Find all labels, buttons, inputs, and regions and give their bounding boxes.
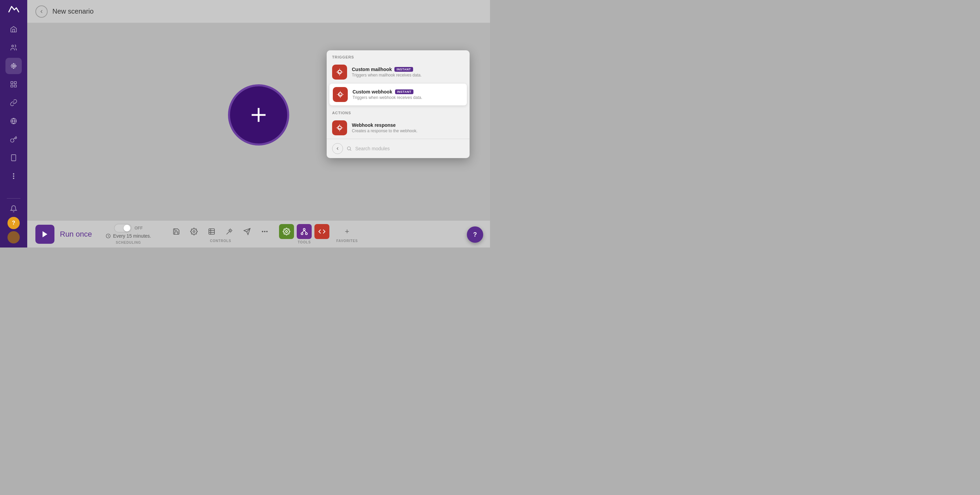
back-button[interactable] (35, 5, 48, 17)
mailhook-badge: INSTANT (395, 67, 413, 72)
search-row (327, 139, 469, 158)
webhook-response-info: Webhook response Creates a response to t… (352, 122, 464, 133)
scheduling-toggle[interactable] (114, 224, 132, 233)
notes-control[interactable] (205, 225, 218, 238)
run-once-label: Run once (60, 230, 92, 239)
mailhook-icon (332, 65, 347, 79)
sidebar-item-home[interactable] (5, 21, 22, 37)
mailhook-name: Custom mailhook (352, 67, 392, 72)
toggle-row: OFF (114, 224, 143, 233)
search-input[interactable] (355, 146, 464, 151)
webhook-badge: INSTANT (395, 89, 414, 94)
module-custom-webhook[interactable]: Custom webhook INSTANT Triggers when web… (329, 84, 467, 105)
tools-icons (279, 224, 329, 239)
page-title: New scenario (52, 8, 94, 15)
svg-point-29 (262, 231, 263, 232)
help-badge[interactable]: ? (8, 217, 20, 229)
schedule-info[interactable]: Every 15 minutes. (105, 233, 151, 239)
sidebar-notifications[interactable] (8, 203, 20, 215)
svg-rect-8 (11, 155, 16, 161)
svg-rect-4 (14, 82, 16, 84)
sidebar-item-devices[interactable] (5, 149, 22, 166)
mailhook-desc: Triggers when mailhook receives data. (352, 73, 464, 78)
favorites-label: FAVORITES (336, 239, 358, 243)
svg-marker-19 (43, 231, 47, 237)
svg-point-35 (305, 233, 308, 235)
magic-control[interactable] (223, 225, 235, 238)
run-once-button[interactable] (35, 225, 54, 244)
svg-point-1 (13, 65, 14, 67)
sidebar-item-team[interactable] (5, 40, 22, 56)
svg-line-36 (302, 230, 304, 233)
svg-point-18 (347, 147, 350, 150)
more-control[interactable] (259, 225, 271, 238)
svg-point-0 (12, 45, 14, 47)
sidebar-item-apps[interactable] (5, 76, 22, 92)
add-module-button[interactable] (228, 84, 289, 146)
tool-purple-button[interactable] (297, 224, 312, 239)
logo[interactable] (7, 4, 21, 14)
module-webhook-response[interactable]: Webhook response Creates a response to t… (327, 117, 469, 139)
svg-point-31 (266, 231, 267, 232)
toggle-off-label: OFF (134, 226, 143, 230)
webhook-info: Custom webhook INSTANT Triggers when web… (353, 89, 463, 100)
actions-label: ACTIONS (327, 106, 469, 117)
svg-point-32 (286, 230, 288, 233)
schedule-text: Every 15 minutes. (113, 233, 151, 239)
svg-point-2 (11, 64, 16, 68)
main-area: New scenario TRIGGERS (27, 0, 490, 248)
settings-control[interactable] (188, 225, 200, 238)
sidebar-item-scenarios[interactable] (5, 58, 22, 74)
sidebar-item-keys[interactable] (5, 131, 22, 148)
favorites-section: + FAVORITES (336, 225, 358, 243)
scheduling-label: SCHEDULING (116, 241, 141, 244)
svg-point-11 (13, 176, 14, 176)
help-float-button[interactable]: ? (467, 227, 483, 243)
svg-rect-22 (209, 229, 215, 235)
header: New scenario (27, 0, 490, 23)
bottom-bar: Run once OFF Every 15 minutes. SCHEDULIN… (27, 220, 490, 248)
svg-point-33 (304, 228, 305, 230)
svg-point-12 (13, 178, 14, 178)
sidebar-item-more[interactable] (5, 168, 22, 184)
webhook-desc: Triggers when webhook receives data. (353, 95, 463, 100)
toggle-knob (124, 225, 130, 232)
save-control[interactable] (170, 225, 182, 238)
controls-icons (170, 225, 271, 238)
canvas: TRIGGERS Custom mailhook INSTANT Trigger… (27, 23, 490, 220)
sidebar-nav (5, 21, 22, 194)
svg-line-37 (304, 230, 306, 233)
svg-rect-6 (14, 85, 16, 87)
tool-green-button[interactable] (279, 224, 294, 239)
controls-label: CONTROLS (210, 239, 231, 243)
webhook-icon (333, 87, 348, 102)
tool-red-button[interactable] (314, 224, 329, 239)
tools-section: TOOLS (279, 224, 329, 244)
sidebar-bottom: ? (7, 194, 21, 243)
svg-point-30 (264, 231, 265, 232)
module-custom-mailhook[interactable]: Custom mailhook INSTANT Triggers when ma… (327, 61, 469, 83)
triggers-label: TRIGGERS (327, 50, 469, 61)
mailhook-info: Custom mailhook INSTANT Triggers when ma… (352, 67, 464, 78)
svg-point-26 (229, 230, 231, 232)
svg-point-34 (301, 233, 303, 235)
search-icon (347, 146, 352, 151)
webhook-response-desc: Creates a response to the webhook. (352, 129, 464, 133)
add-favorite-button[interactable]: + (341, 225, 353, 238)
svg-point-10 (13, 173, 14, 174)
webhook-response-name: Webhook response (352, 122, 396, 128)
svg-rect-3 (11, 82, 13, 84)
svg-point-21 (193, 230, 195, 233)
svg-rect-5 (11, 85, 13, 87)
send-control[interactable] (241, 225, 253, 238)
scheduling-section: OFF Every 15 minutes. SCHEDULING (105, 224, 151, 244)
sidebar-item-global[interactable] (5, 113, 22, 129)
avatar[interactable] (8, 231, 20, 243)
controls-section: CONTROLS (170, 225, 271, 243)
sidebar: ? (0, 0, 27, 248)
webhook-response-icon (332, 121, 347, 135)
module-picker-popup: TRIGGERS Custom mailhook INSTANT Trigger… (327, 50, 469, 158)
search-back-button[interactable] (332, 143, 343, 154)
webhook-name: Custom webhook (353, 89, 392, 95)
sidebar-item-connections[interactable] (5, 95, 22, 111)
